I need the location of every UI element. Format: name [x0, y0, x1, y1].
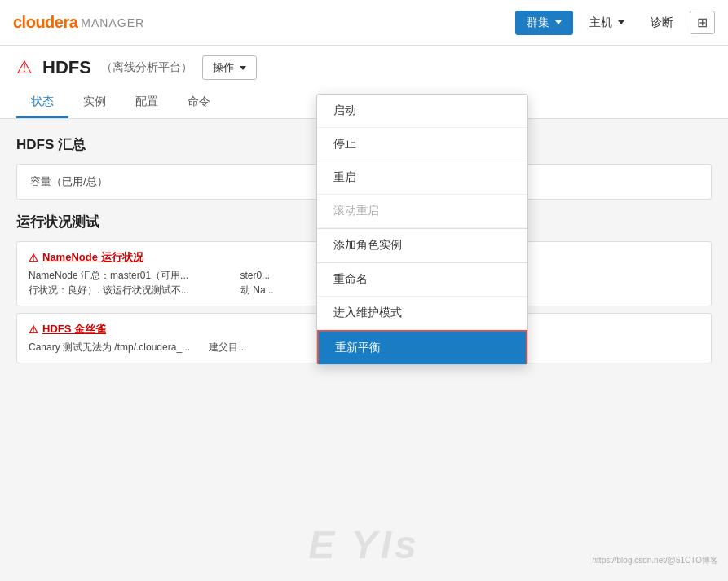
dropdown-item-restart-label: 重启 — [333, 170, 356, 183]
canary-desc-suffix: 建父目... — [209, 341, 246, 353]
dropdown-item-rebalance-label: 重新平衡 — [335, 341, 381, 354]
service-name: HDFS — [42, 57, 91, 78]
dropdown-item-rolling-restart: 滚动重启 — [317, 195, 527, 228]
tab-instance-label: 实例 — [83, 95, 106, 108]
dropdown-item-maintenance-label: 进入维护模式 — [333, 306, 402, 319]
ops-caret-icon — [240, 66, 246, 70]
dropdown-menu: 启动 停止 重启 滚动重启 添加角色实例 重命名 进入维护模式 重新平衡 — [316, 94, 528, 365]
service-subname: （离线分析平台） — [101, 60, 192, 75]
watermark: https://blog.csdn.net/@51CTO博客 — [593, 555, 718, 566]
cluster-nav-button[interactable]: 群集 — [515, 11, 573, 35]
dropdown-item-add-role[interactable]: 添加角色实例 — [317, 228, 527, 262]
cluster-nav-caret-icon — [555, 20, 562, 24]
tab-command-label: 命令 — [188, 95, 210, 108]
dropdown-item-rolling-restart-label: 滚动重启 — [333, 204, 379, 217]
grid-icon: ⊞ — [697, 15, 708, 29]
tab-instance[interactable]: 实例 — [68, 88, 121, 118]
tab-config[interactable]: 配置 — [121, 88, 173, 118]
tab-config-label: 配置 — [135, 95, 158, 108]
dropdown-item-stop[interactable]: 停止 — [317, 128, 527, 161]
dropdown-item-start-label: 启动 — [333, 103, 356, 117]
navbar: cloudera MANAGER 群集 主机 诊断 ⊞ — [0, 0, 728, 46]
host-nav-label: 主机 — [589, 15, 612, 30]
ops-button-label: 操作 — [213, 60, 234, 75]
service-title-row: ⚠ HDFS （离线分析平台） 操作 — [16, 55, 712, 80]
logo-cloudera: cloudera — [13, 13, 77, 32]
dropdown-item-maintenance[interactable]: 进入维护模式 — [317, 297, 527, 330]
bottom-area: E YIs — [0, 508, 728, 581]
tab-status-label: 状态 — [31, 95, 54, 108]
eys-text: E YIs — [308, 522, 420, 567]
capacity-label: 容量（已用/总） — [30, 175, 108, 187]
logo-manager: MANAGER — [81, 16, 144, 29]
ops-button[interactable]: 操作 — [202, 55, 257, 80]
health-namenode-label[interactable]: NameNode 运行状况 — [42, 250, 143, 265]
diag-nav-label: 诊断 — [651, 15, 673, 30]
health-error-icon-2: ⚠ — [29, 324, 38, 336]
dropdown-item-start[interactable]: 启动 — [317, 95, 527, 128]
health-canary-label[interactable]: HDFS 金丝雀 — [42, 322, 106, 337]
service-error-icon: ⚠ — [16, 57, 33, 78]
dropdown-item-add-role-label: 添加角色实例 — [333, 238, 402, 251]
dropdown-item-rebalance[interactable]: 重新平衡 — [317, 330, 527, 364]
namenode-desc-line2-suffix: 动 Na... — [240, 284, 274, 296]
dropdown-item-restart[interactable]: 重启 — [317, 161, 527, 195]
health-error-icon-1: ⚠ — [29, 252, 38, 264]
tab-status[interactable]: 状态 — [16, 88, 68, 118]
dropdown-item-stop-label: 停止 — [333, 137, 356, 150]
host-nav-button[interactable]: 主机 — [580, 11, 634, 35]
dropdown-item-rename[interactable]: 重命名 — [317, 262, 527, 297]
grid-icon-button[interactable]: ⊞ — [690, 11, 715, 34]
host-nav-caret-icon — [618, 20, 624, 24]
logo: cloudera MANAGER — [13, 13, 144, 32]
dropdown-item-rename-label: 重命名 — [333, 272, 368, 285]
diag-nav-button[interactable]: 诊断 — [641, 11, 683, 35]
cluster-nav-label: 群集 — [527, 15, 549, 30]
tab-command[interactable]: 命令 — [173, 88, 225, 118]
namenode-desc-line1-suffix: ster0... — [240, 270, 270, 281]
